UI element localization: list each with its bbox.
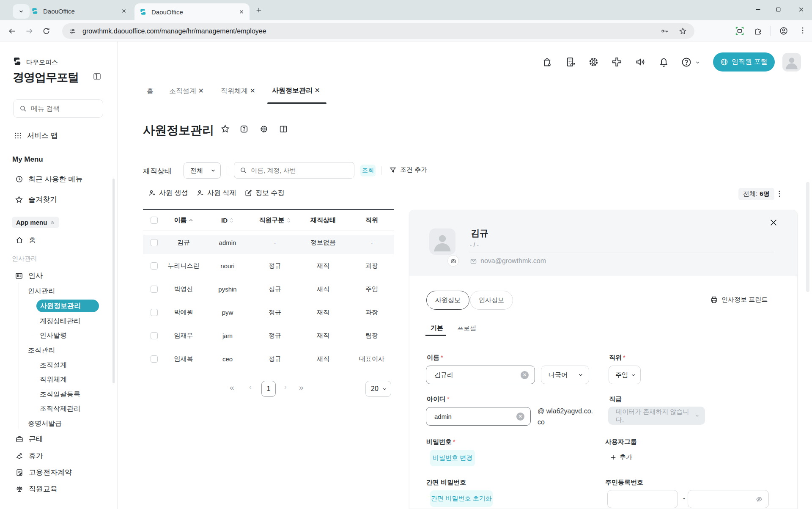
new-tab-icon[interactable] bbox=[255, 7, 262, 14]
employee-search-box[interactable] bbox=[234, 162, 354, 179]
status-filter-select[interactable]: 전체 bbox=[184, 162, 221, 179]
sidebar-item-org-delete[interactable]: 조직삭제관리 bbox=[40, 404, 80, 413]
window-close-icon[interactable] bbox=[798, 6, 805, 13]
collapse-sidebar-icon[interactable] bbox=[93, 72, 102, 81]
sidebar-item-hr[interactable]: 인사 bbox=[15, 271, 43, 281]
settings-gear-icon[interactable] bbox=[588, 56, 599, 68]
pagination-next[interactable]: › bbox=[284, 383, 287, 391]
bookmark-star-icon[interactable] bbox=[679, 27, 687, 35]
sidebar-item-employee-info[interactable]: 사원정보관리 bbox=[36, 300, 99, 312]
worktab-close-icon[interactable]: ✕ bbox=[198, 87, 203, 94]
browser-tab-2[interactable]: DaouOffice bbox=[134, 3, 250, 20]
delete-employee-button[interactable]: 사원 삭제 bbox=[196, 189, 236, 198]
help-icon[interactable] bbox=[681, 57, 692, 68]
rrn-input-2[interactable] bbox=[688, 490, 769, 508]
sidebar-item-favorites[interactable]: 즐겨찾기 bbox=[15, 195, 57, 204]
worktab-close-icon[interactable]: ✕ bbox=[314, 87, 320, 94]
sound-icon[interactable] bbox=[635, 56, 646, 68]
create-employee-button[interactable]: 사원 생성 bbox=[148, 189, 188, 198]
site-settings-icon[interactable] bbox=[69, 28, 77, 35]
sidebar-item-hr-mgmt[interactable]: 인사관리 bbox=[28, 287, 55, 296]
avatar-camera-button[interactable] bbox=[447, 255, 459, 267]
column-header-name[interactable]: 이름 bbox=[165, 216, 202, 224]
print-hr-info-button[interactable]: 인사정보 프린트 bbox=[710, 296, 768, 304]
sidebar-item-certificate[interactable]: 증명서발급 bbox=[28, 419, 62, 428]
tab-close-icon[interactable] bbox=[239, 9, 244, 15]
employee-search-input[interactable] bbox=[251, 167, 344, 174]
user-avatar[interactable] bbox=[782, 53, 801, 72]
back-icon[interactable] bbox=[8, 27, 16, 36]
window-minimize-icon[interactable] bbox=[754, 6, 762, 13]
subtab-basic[interactable]: 기본 bbox=[431, 324, 443, 332]
notification-bell-icon[interactable] bbox=[658, 56, 669, 68]
id-input[interactable] bbox=[434, 413, 506, 420]
add-condition-button[interactable]: 조건 추가 bbox=[389, 166, 427, 174]
profile-icon[interactable] bbox=[779, 26, 788, 36]
sidebar-item-recent-menu[interactable]: 최근 사용한 메뉴 bbox=[15, 174, 82, 184]
name-input-box[interactable]: ✕ bbox=[426, 366, 535, 384]
company-icon[interactable] bbox=[565, 56, 576, 68]
reload-icon[interactable] bbox=[42, 27, 51, 36]
language-select[interactable]: 다국어 bbox=[541, 366, 589, 384]
app-menu-toggle[interactable]: App menu bbox=[12, 217, 59, 228]
sidebar-item-employee-edu[interactable]: 직원교육 bbox=[15, 484, 58, 494]
name-input[interactable] bbox=[434, 371, 510, 379]
edit-info-button[interactable]: 정보 수정 bbox=[244, 189, 284, 198]
list-menu-kebab-icon[interactable] bbox=[775, 190, 784, 198]
column-header-id[interactable]: ID bbox=[202, 217, 253, 224]
worktab-position-system[interactable]: 직위체계 ✕ bbox=[221, 87, 255, 96]
id-input-box[interactable]: ✕ bbox=[426, 407, 531, 426]
sidebar-item-org-mgmt[interactable]: 조직관리 bbox=[28, 346, 55, 355]
eye-off-icon[interactable] bbox=[755, 495, 763, 503]
pagination-prev[interactable]: ‹ bbox=[249, 383, 252, 391]
pagination-first[interactable]: « bbox=[230, 383, 234, 392]
sidebar-item-org-bulk[interactable]: 조직일괄등록 bbox=[40, 390, 80, 399]
menu-search-input[interactable] bbox=[31, 105, 94, 113]
sidebar-item-vacation[interactable]: 휴가 bbox=[15, 451, 43, 461]
row-checkbox[interactable] bbox=[151, 286, 158, 293]
name-clear-button[interactable]: ✕ bbox=[521, 371, 529, 379]
pagination-last[interactable]: » bbox=[299, 383, 304, 392]
column-header-status[interactable]: 재직상태 bbox=[297, 216, 349, 224]
sidebar-item-position-system[interactable]: 직위체계 bbox=[40, 375, 67, 384]
extensions-icon[interactable] bbox=[754, 26, 763, 35]
row-checkbox[interactable] bbox=[151, 355, 158, 363]
store-icon[interactable] bbox=[541, 56, 553, 68]
column-header-type[interactable]: 직원구분 bbox=[253, 216, 297, 224]
sidebar-item-hr-appointment[interactable]: 인사발령 bbox=[40, 331, 67, 340]
rank-select-disabled[interactable]: 데이터가 존재하지 않습니다. bbox=[608, 407, 705, 425]
help-chevron-icon[interactable] bbox=[695, 60, 700, 65]
worktab-close-icon[interactable]: ✕ bbox=[250, 87, 255, 94]
table-row[interactable]: 박영신pyshin정규재직주임 bbox=[143, 278, 394, 301]
browser-tab-1[interactable]: DaouOffice bbox=[27, 3, 131, 19]
page-scrollbar[interactable] bbox=[806, 182, 809, 292]
search-submit-button[interactable]: 조회 bbox=[360, 165, 376, 176]
url-bar[interactable]: growthmk.daouoffice.com/manage/hr/manage… bbox=[62, 23, 694, 39]
row-checkbox[interactable] bbox=[151, 262, 158, 270]
password-key-icon[interactable] bbox=[661, 27, 669, 35]
subtab-profile[interactable]: 프로필 bbox=[457, 324, 476, 332]
forward-icon[interactable] bbox=[25, 27, 34, 36]
worktab-org-design[interactable]: 조직설계 ✕ bbox=[169, 87, 204, 96]
tab-employee-info[interactable]: 사원정보 bbox=[426, 291, 469, 310]
row-checkbox[interactable] bbox=[151, 239, 158, 246]
sidebar-item-service-map[interactable]: 서비스 맵 bbox=[14, 131, 58, 140]
integration-icon[interactable] bbox=[611, 56, 623, 68]
column-header-position[interactable]: 직위 bbox=[349, 216, 394, 224]
sidebar-item-e-contract[interactable]: 고용전자계약 bbox=[15, 468, 72, 477]
tab-close-icon[interactable] bbox=[121, 8, 127, 14]
page-settings-icon[interactable] bbox=[259, 124, 269, 134]
id-clear-button[interactable]: ✕ bbox=[516, 413, 524, 421]
change-password-button[interactable]: 비밀번호 변경 bbox=[430, 450, 475, 466]
sidebar-item-account-status[interactable]: 계정상태관리 bbox=[40, 317, 80, 326]
page-manual-icon[interactable] bbox=[279, 124, 288, 134]
window-maximize-icon[interactable] bbox=[775, 6, 782, 13]
sidebar-scrollbar[interactable] bbox=[112, 179, 115, 383]
pagination-current-page[interactable]: 1 bbox=[261, 381, 276, 397]
sidebar-item-home[interactable]: 홈 bbox=[15, 235, 36, 245]
sidebar-item-attendance[interactable]: 근태 bbox=[15, 434, 43, 444]
page-help-icon[interactable] bbox=[239, 124, 249, 134]
favorite-star-icon[interactable] bbox=[220, 124, 230, 134]
table-row[interactable]: 누리니스린nouri정규재직과장 bbox=[143, 254, 394, 278]
rrn-input-1[interactable] bbox=[607, 490, 678, 508]
